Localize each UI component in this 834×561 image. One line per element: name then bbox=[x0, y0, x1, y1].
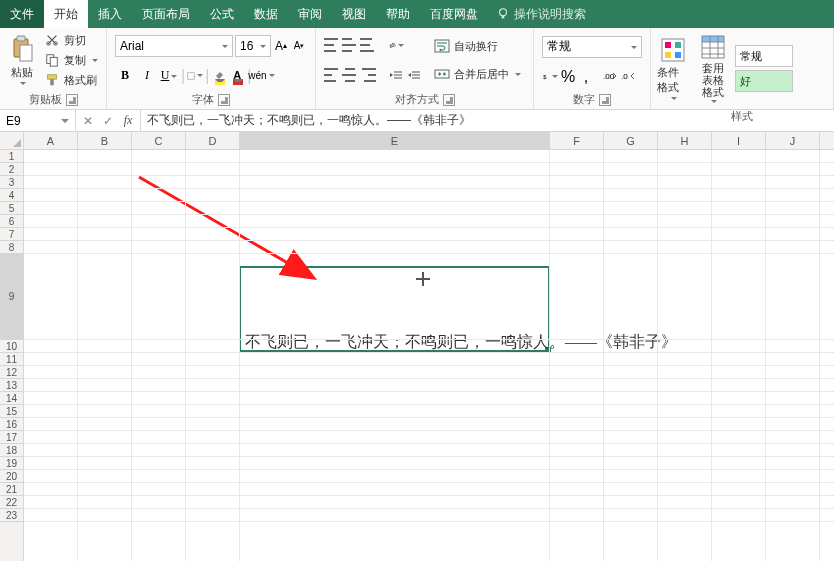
row-header-2[interactable]: 2 bbox=[0, 163, 23, 176]
paste-button[interactable]: 粘贴 bbox=[4, 30, 40, 90]
column-header-e[interactable]: E bbox=[240, 132, 550, 149]
tab-insert[interactable]: 插入 bbox=[88, 0, 132, 28]
select-all-corner[interactable] bbox=[0, 132, 24, 150]
enter-formula-icon[interactable]: ✓ bbox=[98, 114, 118, 128]
tab-home[interactable]: 开始 bbox=[44, 0, 88, 28]
underline-button[interactable]: U bbox=[159, 66, 179, 86]
align-right-icon[interactable] bbox=[360, 68, 376, 82]
row-header-9[interactable]: 9 bbox=[0, 254, 23, 340]
column-header-f[interactable]: F bbox=[550, 132, 604, 149]
row-header-23[interactable]: 23 bbox=[0, 509, 23, 522]
decrease-indent-icon[interactable] bbox=[388, 67, 404, 83]
copy-icon bbox=[44, 52, 60, 68]
format-painter-button[interactable]: 格式刷 bbox=[40, 70, 102, 90]
format-as-table-button[interactable]: 套用 表格格式 bbox=[695, 30, 731, 107]
clipboard-icon bbox=[10, 35, 34, 63]
align-top-icon[interactable] bbox=[324, 38, 340, 52]
increase-indent-icon[interactable] bbox=[406, 67, 422, 83]
row-header-16[interactable]: 16 bbox=[0, 418, 23, 431]
font-name-select[interactable]: Arial bbox=[115, 35, 233, 57]
row-header-5[interactable]: 5 bbox=[0, 202, 23, 215]
tab-page-layout[interactable]: 页面布局 bbox=[132, 0, 200, 28]
insert-function-icon[interactable]: fx bbox=[118, 113, 138, 128]
tab-formulas[interactable]: 公式 bbox=[200, 0, 244, 28]
phonetic-guide-button[interactable]: wén bbox=[253, 68, 269, 84]
svg-rect-1 bbox=[502, 16, 505, 19]
column-header-j[interactable]: J bbox=[766, 132, 820, 149]
row-header-4[interactable]: 4 bbox=[0, 189, 23, 202]
row-header-13[interactable]: 13 bbox=[0, 379, 23, 392]
cell-style-good[interactable]: 好 bbox=[735, 70, 793, 92]
row-header-17[interactable]: 17 bbox=[0, 431, 23, 444]
number-launcher[interactable] bbox=[599, 94, 611, 106]
row-header-11[interactable]: 11 bbox=[0, 353, 23, 366]
group-font: Arial 16 A▴ A▾ B I U | | A | wén 字体 bbox=[107, 28, 316, 109]
tab-file[interactable]: 文件 bbox=[0, 0, 44, 28]
font-size-select[interactable]: 16 bbox=[235, 35, 271, 57]
cell-style-normal[interactable]: 常规 bbox=[735, 45, 793, 67]
italic-button[interactable]: I bbox=[137, 66, 157, 86]
row-header-21[interactable]: 21 bbox=[0, 483, 23, 496]
name-box[interactable]: E9 bbox=[0, 110, 76, 131]
svg-point-0 bbox=[500, 9, 507, 16]
row-header-12[interactable]: 12 bbox=[0, 366, 23, 379]
cancel-formula-icon[interactable]: ✕ bbox=[78, 114, 98, 128]
clipboard-launcher[interactable] bbox=[66, 94, 78, 106]
group-label-number: 数字 bbox=[573, 92, 595, 107]
tell-me-search[interactable]: 操作说明搜索 bbox=[496, 0, 586, 28]
row-header-18[interactable]: 18 bbox=[0, 444, 23, 457]
tab-help[interactable]: 帮助 bbox=[376, 0, 420, 28]
column-header-d[interactable]: D bbox=[186, 132, 240, 149]
row-header-14[interactable]: 14 bbox=[0, 392, 23, 405]
tab-view[interactable]: 视图 bbox=[332, 0, 376, 28]
cut-button[interactable]: 剪切 bbox=[40, 30, 102, 50]
column-header-a[interactable]: A bbox=[24, 132, 78, 149]
column-header-g[interactable]: G bbox=[604, 132, 658, 149]
increase-font-icon[interactable]: A▴ bbox=[273, 38, 289, 54]
row-header-1[interactable]: 1 bbox=[0, 150, 23, 163]
spreadsheet-area: ABCDEFGHIJ 12345678910111213141516171819… bbox=[0, 132, 834, 561]
fill-color-button[interactable] bbox=[211, 69, 227, 83]
svg-rect-20 bbox=[675, 42, 681, 48]
copy-button[interactable]: 复制 bbox=[40, 50, 102, 70]
cell-grid[interactable]: 不飞则已，一飞冲天；不鸣则已，一鸣惊人。——《韩非子》 bbox=[24, 150, 834, 561]
column-header-c[interactable]: C bbox=[132, 132, 186, 149]
decrease-decimal-button[interactable]: .0 bbox=[620, 69, 636, 85]
accounting-format-button[interactable]: $ bbox=[542, 69, 558, 85]
row-header-8[interactable]: 8 bbox=[0, 241, 23, 254]
font-launcher[interactable] bbox=[218, 94, 230, 106]
tab-baidu-netdisk[interactable]: 百度网盘 bbox=[420, 0, 488, 28]
row-header-3[interactable]: 3 bbox=[0, 176, 23, 189]
wrap-text-button[interactable]: 自动换行 bbox=[430, 36, 525, 56]
tab-data[interactable]: 数据 bbox=[244, 0, 288, 28]
row-header-19[interactable]: 19 bbox=[0, 457, 23, 470]
row-header-20[interactable]: 20 bbox=[0, 470, 23, 483]
conditional-formatting-button[interactable]: 条件格式 bbox=[655, 33, 691, 104]
align-middle-icon[interactable] bbox=[342, 38, 358, 52]
merge-center-button[interactable]: 合并后居中 bbox=[430, 64, 525, 84]
row-header-6[interactable]: 6 bbox=[0, 215, 23, 228]
bold-button[interactable]: B bbox=[115, 66, 135, 86]
comma-format-button[interactable]: , bbox=[578, 69, 594, 85]
row-header-7[interactable]: 7 bbox=[0, 228, 23, 241]
row-header-15[interactable]: 15 bbox=[0, 405, 23, 418]
column-header-i[interactable]: I bbox=[712, 132, 766, 149]
align-center-icon[interactable] bbox=[342, 68, 358, 82]
border-button[interactable] bbox=[187, 68, 203, 84]
tab-review[interactable]: 审阅 bbox=[288, 0, 332, 28]
row-header-10[interactable]: 10 bbox=[0, 340, 23, 353]
decrease-font-icon[interactable]: A▾ bbox=[291, 38, 307, 54]
tell-me-label: 操作说明搜索 bbox=[514, 6, 586, 23]
font-color-button[interactable]: A bbox=[229, 69, 245, 83]
column-header-b[interactable]: B bbox=[78, 132, 132, 149]
percent-format-button[interactable]: % bbox=[560, 69, 576, 85]
align-bottom-icon[interactable] bbox=[360, 38, 376, 52]
svg-rect-4 bbox=[20, 45, 32, 61]
row-header-22[interactable]: 22 bbox=[0, 496, 23, 509]
number-format-select[interactable]: 常规 bbox=[542, 36, 642, 58]
alignment-launcher[interactable] bbox=[443, 94, 455, 106]
orientation-button[interactable]: ab bbox=[388, 37, 404, 53]
align-left-icon[interactable] bbox=[324, 68, 340, 82]
column-header-h[interactable]: H bbox=[658, 132, 712, 149]
increase-decimal-button[interactable]: .00 bbox=[602, 69, 618, 85]
